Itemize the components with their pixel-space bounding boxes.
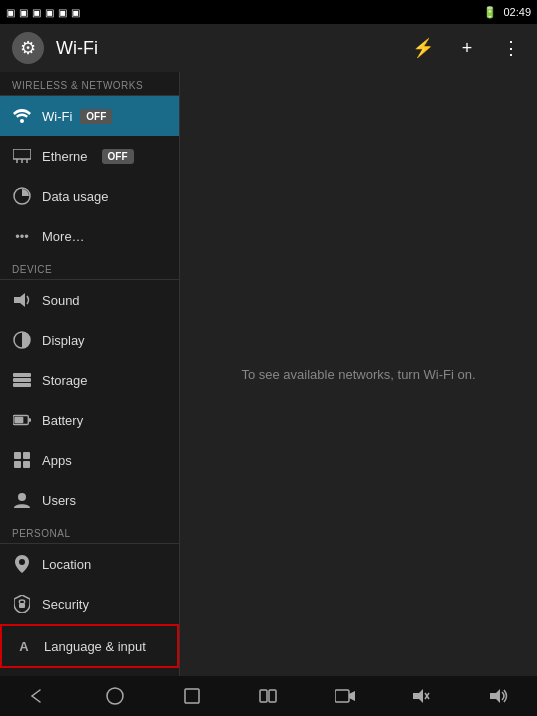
svg-rect-16 xyxy=(14,461,21,468)
bolt-button[interactable]: ⚡ xyxy=(409,34,437,62)
main-layout: WIRELESS & NETWORKS Wi-Fi OFF xyxy=(0,72,537,676)
svg-point-18 xyxy=(18,493,26,501)
sidebar-item-ethernet[interactable]: Etherne OFF xyxy=(0,136,179,176)
sidebar-item-language[interactable]: A Language & input xyxy=(0,624,179,668)
battery-status-icon: 🔋 xyxy=(483,6,497,19)
svg-rect-8 xyxy=(13,373,31,377)
back-button[interactable] xyxy=(18,676,58,716)
more-icon: ••• xyxy=(12,226,32,246)
display-icon xyxy=(12,330,32,350)
vol-down-button[interactable] xyxy=(402,676,442,716)
svg-marker-27 xyxy=(349,691,355,701)
ethernet-toggle[interactable]: OFF xyxy=(102,149,134,164)
svg-rect-25 xyxy=(269,690,276,702)
section-header-device: DEVICE xyxy=(0,256,179,279)
app-icon-5: ▣ xyxy=(58,7,67,18)
vol-up-button[interactable] xyxy=(479,676,519,716)
sidebar: WIRELESS & NETWORKS Wi-Fi OFF xyxy=(0,72,180,676)
display-label: Display xyxy=(42,333,85,348)
sidebar-item-apps[interactable]: Apps xyxy=(0,440,179,480)
svg-rect-23 xyxy=(185,689,199,703)
svg-rect-26 xyxy=(335,690,349,702)
battery-label: Battery xyxy=(42,413,83,428)
app-icon-4: ▣ xyxy=(45,7,54,18)
svg-rect-1 xyxy=(13,149,31,159)
sidebar-item-security[interactable]: Security xyxy=(0,584,179,624)
security-icon xyxy=(12,594,32,614)
data-usage-icon xyxy=(12,186,32,206)
security-label: Security xyxy=(42,597,89,612)
toolbar-actions: ⚡ + ⋮ xyxy=(409,34,525,62)
location-icon xyxy=(12,554,32,574)
storage-icon xyxy=(12,370,32,390)
add-button[interactable]: + xyxy=(453,34,481,62)
app-icon-1: ▣ xyxy=(6,7,15,18)
settings-gear-icon: ⚙ xyxy=(12,32,44,64)
svg-marker-28 xyxy=(413,689,423,703)
ethernet-label: Etherne xyxy=(42,149,88,164)
more-button[interactable]: ⋮ xyxy=(497,34,525,62)
status-time: 02:49 xyxy=(503,6,531,18)
sidebar-item-data-usage[interactable]: Data usage xyxy=(0,176,179,216)
svg-rect-13 xyxy=(14,417,23,423)
svg-point-19 xyxy=(19,559,25,565)
app-icon-6: ▣ xyxy=(71,7,80,18)
svg-point-0 xyxy=(20,119,24,123)
svg-rect-24 xyxy=(260,690,267,702)
svg-marker-31 xyxy=(490,689,500,703)
more-label: More… xyxy=(42,229,85,244)
svg-rect-10 xyxy=(13,383,31,387)
sidebar-item-users[interactable]: Users xyxy=(0,480,179,520)
wifi-label: Wi-Fi xyxy=(42,109,72,124)
language-label: Language & input xyxy=(44,639,146,654)
sidebar-item-location[interactable]: Location xyxy=(0,544,179,584)
sound-icon xyxy=(12,290,32,310)
sidebar-item-wifi[interactable]: Wi-Fi OFF xyxy=(0,96,179,136)
sound-label: Sound xyxy=(42,293,80,308)
camera-button[interactable] xyxy=(325,676,365,716)
sidebar-item-sound[interactable]: Sound xyxy=(0,280,179,320)
home-button[interactable] xyxy=(95,676,135,716)
ethernet-icon xyxy=(12,146,32,166)
apps-icon xyxy=(12,450,32,470)
toolbar-title: Wi-Fi xyxy=(56,38,397,59)
status-bar: ▣ ▣ ▣ ▣ ▣ ▣ 🔋 02:49 xyxy=(0,0,537,24)
svg-rect-17 xyxy=(23,461,30,468)
svg-marker-6 xyxy=(14,293,25,307)
wifi-toggle-container: Wi-Fi OFF xyxy=(42,109,112,124)
content-message: To see available networks, turn Wi-Fi on… xyxy=(241,367,475,382)
app-icon-3: ▣ xyxy=(32,7,41,18)
svg-point-22 xyxy=(107,688,123,704)
battery-icon xyxy=(12,410,32,430)
sidebar-item-battery[interactable]: Battery xyxy=(0,400,179,440)
content-area: To see available networks, turn Wi-Fi on… xyxy=(180,72,537,676)
status-icons: ▣ ▣ ▣ ▣ ▣ ▣ xyxy=(6,7,80,18)
users-icon xyxy=(12,490,32,510)
language-icon: A xyxy=(14,636,34,656)
wifi-icon xyxy=(12,106,32,126)
status-right: 🔋 02:49 xyxy=(483,6,531,19)
sidebar-item-more[interactable]: ••• More… xyxy=(0,216,179,256)
recents-button[interactable] xyxy=(172,676,212,716)
svg-rect-14 xyxy=(14,452,21,459)
svg-rect-15 xyxy=(23,452,30,459)
users-label: Users xyxy=(42,493,76,508)
location-label: Location xyxy=(42,557,91,572)
apps-label: Apps xyxy=(42,453,72,468)
data-usage-label: Data usage xyxy=(42,189,109,204)
section-header-personal: PERSONAL xyxy=(0,520,179,543)
svg-rect-9 xyxy=(13,378,31,382)
sidebar-item-backup[interactable]: Backup & reset xyxy=(0,668,179,676)
svg-rect-20 xyxy=(19,603,25,608)
wifi-toggle[interactable]: OFF xyxy=(80,109,112,124)
section-header-wireless: WIRELESS & NETWORKS xyxy=(0,72,179,95)
toolbar: ⚙ Wi-Fi ⚡ + ⋮ xyxy=(0,24,537,72)
svg-rect-12 xyxy=(28,418,31,422)
app-icon-2: ▣ xyxy=(19,7,28,18)
bottom-navigation xyxy=(0,676,537,716)
focus-button[interactable] xyxy=(248,676,288,716)
storage-label: Storage xyxy=(42,373,88,388)
sidebar-item-display[interactable]: Display xyxy=(0,320,179,360)
sidebar-item-storage[interactable]: Storage xyxy=(0,360,179,400)
